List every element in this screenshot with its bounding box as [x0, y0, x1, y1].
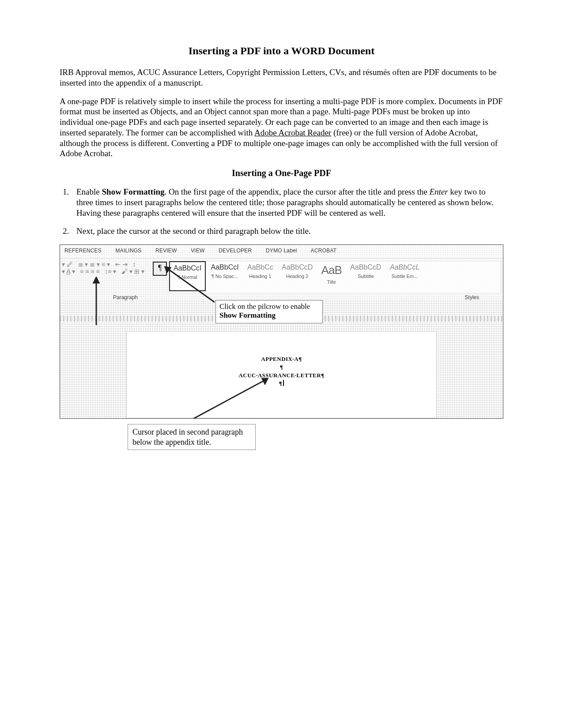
tab-review[interactable]: REVIEW — [155, 248, 177, 254]
tab-developer[interactable]: DEVELOPER — [219, 248, 252, 254]
callout-pilcrow: Click on the pilcrow to enable Show Form… — [215, 300, 323, 323]
word-screenshot: REFERENCES MAILINGS REVIEW VIEW DEVELOPE… — [60, 244, 503, 419]
svg-line-0 — [165, 267, 215, 302]
svg-line-4 — [193, 380, 265, 419]
arrow-vertical-paragraph — [92, 277, 101, 325]
style-heading-2[interactable]: AaBbCcD Heading 2 — [278, 261, 316, 289]
step-1: Enable Show Formatting. On the first pag… — [71, 187, 503, 218]
svg-marker-5 — [262, 379, 268, 384]
tab-references[interactable]: REFERENCES — [64, 248, 102, 254]
style-heading-1[interactable]: AaBbCc Heading 1 — [244, 261, 277, 289]
style-subtle-emphasis[interactable]: AaBbCcL Subtle Em... — [386, 261, 423, 289]
page-title: Inserting a PDF into a WORD Document — [60, 44, 503, 57]
arrow-to-pilcrow — [157, 263, 223, 307]
doc-line-acuc: ACUC·ASSURANCE·LETTER¶ — [127, 372, 436, 379]
intro-paragraph-2: A one-page PDF is relatively simple to i… — [60, 96, 503, 159]
callout-cursor-position: Cursor placed in second paragraph below … — [128, 424, 256, 450]
tab-view[interactable]: VIEW — [191, 248, 204, 254]
paragraph-group-label: Paragraph — [113, 294, 138, 301]
text-cursor — [283, 380, 284, 386]
word-document-page: APPENDIX·A¶ ¶ ACUC·ASSURANCE·LETTER¶ ¶ — [126, 331, 437, 418]
doc-line-appendix: APPENDIX·A¶ — [127, 356, 436, 363]
ribbon: ▾ 🖉 ≣ ▾ ≣ ▾ ≡ ▾ ⇤ ⇥ ↕ ▾ A ▾ ≡ ≡ ≡ ≡ ↕≡ ▾… — [60, 258, 503, 300]
arrow-to-cursor — [188, 377, 276, 419]
style-title[interactable]: AaB Title — [318, 261, 345, 289]
adobe-reader-link: Adobe Acrobat Reader — [254, 128, 331, 137]
svg-marker-3 — [94, 278, 99, 283]
intro-paragraph-1: IRB Approval memos, ACUC Assurance Lette… — [60, 67, 503, 88]
doc-line-pilcrow-2: ¶ — [127, 380, 436, 387]
styles-group-label: Styles — [465, 294, 479, 301]
style-subtitle[interactable]: AaBbCcD Subtitle — [347, 261, 385, 289]
tab-acrobat[interactable]: ACROBAT — [310, 248, 336, 254]
doc-line-pilcrow-1: ¶ — [127, 364, 436, 371]
step-2: Next, place the cursor at the second or … — [71, 226, 503, 236]
paragraph-group-icons: ▾ 🖉 ≣ ▾ ≣ ▾ ≡ ▾ ⇤ ⇥ ↕ ▾ A ▾ ≡ ≡ ≡ ≡ ↕≡ ▾… — [62, 261, 150, 292]
tab-dymo[interactable]: DYMO Label — [266, 248, 297, 254]
subheading: Inserting a One-Page PDF — [60, 168, 503, 179]
tab-mailings[interactable]: MAILINGS — [116, 248, 142, 254]
svg-marker-1 — [165, 267, 170, 272]
